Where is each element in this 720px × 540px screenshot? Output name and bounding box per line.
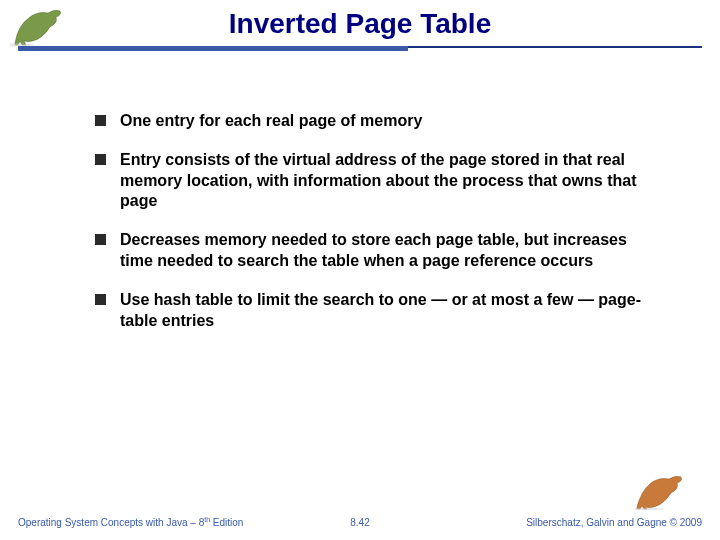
footer-text-b: Edition	[210, 517, 243, 528]
bullet-text: Decreases memory needed to store each pa…	[120, 230, 650, 272]
bullet-item: One entry for each real page of memory	[95, 111, 650, 132]
svg-point-1	[635, 508, 665, 510]
square-bullet-icon	[95, 234, 106, 245]
footer-copyright: Silberschatz, Galvin and Gagne © 2009	[526, 517, 702, 528]
dinosaur-icon	[635, 473, 690, 515]
square-bullet-icon	[95, 154, 106, 165]
dinosaur-icon	[10, 5, 70, 51]
slide-title: Inverted Page Table	[0, 8, 720, 46]
square-bullet-icon	[95, 294, 106, 305]
bullet-text: One entry for each real page of memory	[120, 111, 422, 132]
bullet-item: Use hash table to limit the search to on…	[95, 290, 650, 332]
square-bullet-icon	[95, 115, 106, 126]
slide-header: Inverted Page Table	[0, 0, 720, 56]
bullet-text: Use hash table to limit the search to on…	[120, 290, 650, 332]
slide-number: 8.42	[350, 517, 369, 528]
bullet-text: Entry consists of the virtual address of…	[120, 150, 650, 212]
slide-footer: Operating System Concepts with Java – 8t…	[0, 490, 720, 530]
footer-book-title: Operating System Concepts with Java – 8t…	[18, 516, 243, 528]
bullet-item: Decreases memory needed to store each pa…	[95, 230, 650, 272]
slide-body: One entry for each real page of memory E…	[0, 56, 720, 331]
title-underline	[0, 46, 720, 56]
footer-text-a: Operating System Concepts with Java – 8	[18, 517, 204, 528]
bullet-item: Entry consists of the virtual address of…	[95, 150, 650, 212]
